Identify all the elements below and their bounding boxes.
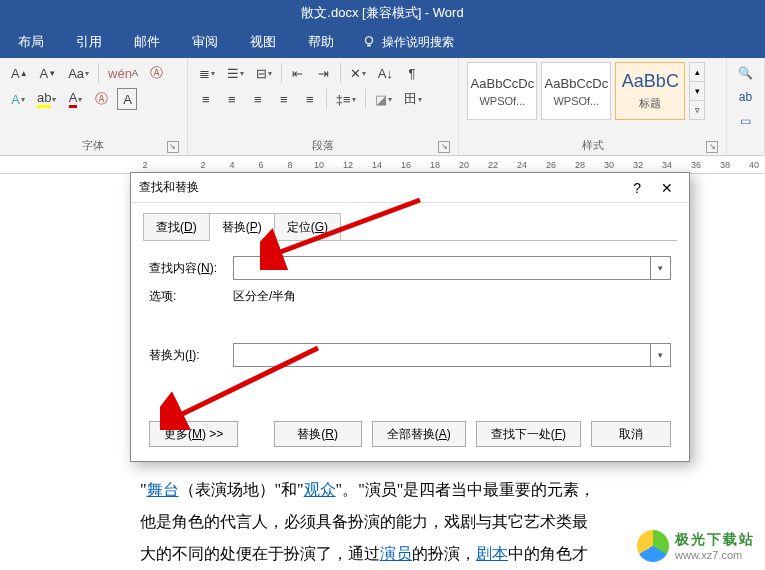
find-button[interactable]: 🔍 [735,62,756,84]
char-border-button[interactable]: A [117,88,137,110]
replace-label: 替换为(I): [149,347,225,364]
paragraph-dialog-launcher[interactable]: ↘ [438,141,450,153]
font-color-button[interactable]: A▾ [65,88,85,110]
gallery-down-icon[interactable]: ▾ [690,82,704,101]
ribbon: A▲ A▼ Aa▾ wénA Ⓐ A▾ ab▾ A▾ Ⓐ A 字体 ↘ ≣▾ [0,58,765,156]
style-card[interactable]: AaBbCcDc WPSOf... [541,62,611,120]
tab-replace[interactable]: 替换(P) [209,213,275,241]
tab-find[interactable]: 查找(D) [143,213,210,241]
grow-font-button[interactable]: A▲ [8,62,31,84]
dialog-title-bar[interactable]: 查找和替换 ? ✕ [131,173,689,203]
show-marks-button[interactable]: ¶ [402,62,422,84]
group-paragraph: ≣▾ ☰▾ ⊟▾ ⇤ ⇥ ✕▾ A↓ ¶ ≡ ≡ ≡ ≡ ≡ ‡≡▾ ◪▾ [188,58,460,155]
distribute-button[interactable]: ≡ [300,88,320,110]
tab-view[interactable]: 视图 [236,27,290,57]
dialog-title: 查找和替换 [139,179,199,196]
justify-button[interactable]: ≡ [274,88,294,110]
link-script[interactable]: 剧本 [476,545,508,562]
group-styles: AaBbCcDc WPSOf... AaBbCcDc WPSOf... AaBb… [459,58,727,155]
asian-spacing-button[interactable]: ✕▾ [347,62,369,84]
group-paragraph-label: 段落 ↘ [196,136,451,153]
multilevel-button[interactable]: ⊟▾ [253,62,275,84]
bullets-button[interactable]: ≣▾ [196,62,218,84]
replace-input[interactable] [234,344,650,366]
watermark: 极光下载站 www.xz7.com [637,530,755,562]
shrink-font-button[interactable]: A▼ [37,62,60,84]
line-spacing-button[interactable]: ‡≡▾ [333,88,359,110]
gallery-more-icon[interactable]: ▿ [690,101,704,119]
style-gallery-scroller[interactable]: ▴ ▾ ▿ [689,62,705,120]
align-right-button[interactable]: ≡ [248,88,268,110]
numbering-button[interactable]: ☰▾ [224,62,247,84]
group-editing: 🔍 ab ▭ [727,58,765,155]
link-stage[interactable]: 舞台 [147,481,179,498]
borders-button[interactable]: 田▾ [401,88,425,110]
tab-review[interactable]: 审阅 [178,27,232,57]
title-text: 散文.docx [兼容模式] - Word [301,4,463,22]
find-next-button[interactable]: 查找下一处(F) [476,421,581,447]
doc-line: 他是角色的代言人，必须具备扮演的能力，戏剧与其它艺术类最 [140,506,625,538]
align-center-button[interactable]: ≡ [222,88,242,110]
tab-mailings[interactable]: 邮件 [120,27,174,57]
tell-me-label: 操作说明搜索 [382,34,454,51]
tell-me[interactable]: 操作说明搜索 [352,28,464,57]
style-card[interactable]: AaBbCcDc WPSOf... [467,62,537,120]
tab-help[interactable]: 帮助 [294,27,348,57]
link-audience[interactable]: 观众 [304,481,336,498]
replace-button[interactable]: ab [735,86,756,108]
increase-indent-button[interactable]: ⇥ [314,62,334,84]
doc-line: "舞台（表演场地）"和"观众"。"演员"是四者当中最重要的元素， [140,474,625,506]
dialog-tabs: 查找(D) 替换(P) 定位(G) [131,203,689,241]
options-label: 选项: [149,288,225,305]
select-button[interactable]: ▭ [735,110,756,132]
font-dialog-launcher[interactable]: ↘ [167,141,179,153]
enclose-char-button[interactable]: Ⓐ [91,88,111,110]
watermark-url: www.xz7.com [675,549,755,561]
find-input[interactable] [234,257,650,279]
phonetic-guide-button[interactable]: wénA [105,62,141,84]
group-font: A▲ A▼ Aa▾ wénA Ⓐ A▾ ab▾ A▾ Ⓐ A 字体 ↘ [0,58,188,155]
watermark-brand: 极光下载站 [675,531,755,549]
ribbon-tabs: 布局 引用 邮件 审阅 视图 帮助 操作说明搜索 [0,26,765,58]
find-dropdown[interactable]: ▾ [650,257,670,279]
more-button[interactable]: 更多(M) >> [149,421,238,447]
cancel-button[interactable]: 取消 [591,421,671,447]
title-bar: 散文.docx [兼容模式] - Word [0,0,765,26]
clear-format-button[interactable]: Ⓐ [147,62,167,84]
tab-goto[interactable]: 定位(G) [274,213,341,241]
watermark-logo-icon [637,530,669,562]
tab-layout[interactable]: 布局 [4,27,58,57]
change-case-button[interactable]: Aa▾ [65,62,92,84]
replace-all-button[interactable]: 全部替换(A) [372,421,466,447]
help-button[interactable]: ? [633,180,641,196]
find-label: 查找内容(N): [149,260,225,277]
lightbulb-icon [362,35,376,49]
decrease-indent-button[interactable]: ⇤ [288,62,308,84]
tab-references[interactable]: 引用 [62,27,116,57]
align-left-button[interactable]: ≡ [196,88,216,110]
group-styles-label: 样式 ↘ [467,136,718,153]
style-card[interactable]: AaBbC 标题 [615,62,685,120]
text-effects-button[interactable]: A▾ [8,88,28,110]
gallery-up-icon[interactable]: ▴ [690,63,704,82]
find-replace-dialog: 查找和替换 ? ✕ 查找(D) 替换(P) 定位(G) 查找内容(N): ▾ 选… [130,172,690,462]
highlight-button[interactable]: ab▾ [34,88,59,110]
close-button[interactable]: ✕ [653,177,681,199]
shading-button[interactable]: ◪▾ [372,88,395,110]
svg-point-0 [366,37,373,44]
link-actor[interactable]: 演员 [380,545,412,562]
doc-line: 大的不同的处便在于扮演了，通过演员的扮演，剧本中的角色才 [140,538,625,570]
replace-dropdown[interactable]: ▾ [650,344,670,366]
sort-button[interactable]: A↓ [375,62,396,84]
options-value: 区分全/半角 [233,288,296,305]
replace-button[interactable]: 替换(R) [274,421,362,447]
group-font-label: 字体 ↘ [8,136,179,153]
styles-dialog-launcher[interactable]: ↘ [706,141,718,153]
